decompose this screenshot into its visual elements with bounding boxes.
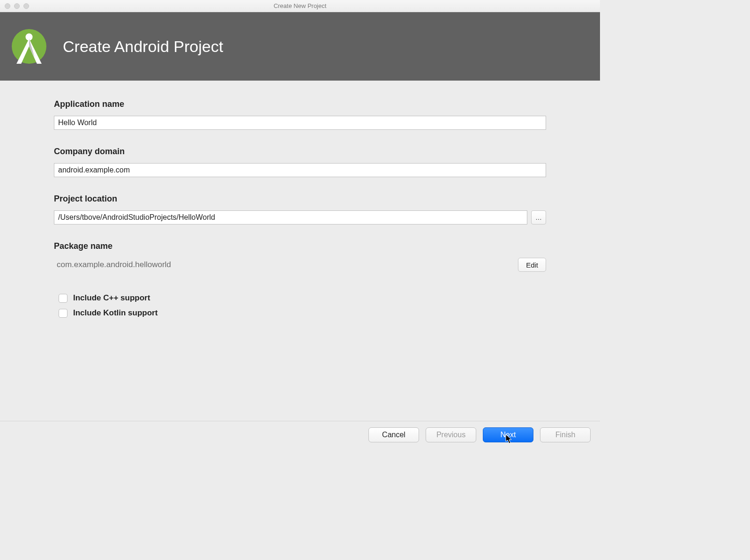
close-window-icon[interactable]: [5, 3, 10, 9]
application-name-label: Application name: [54, 99, 546, 109]
include-cpp-label: Include C++ support: [73, 293, 150, 303]
titlebar: Create New Project: [0, 0, 600, 12]
options-group: Include C++ support Include Kotlin suppo…: [54, 293, 546, 318]
company-domain-group: Company domain: [54, 147, 546, 177]
package-name-value: com.example.android.helloworld: [54, 260, 171, 269]
android-studio-logo-icon: [9, 27, 49, 66]
browse-location-button[interactable]: …: [531, 210, 546, 224]
project-location-group: Project location …: [54, 194, 546, 224]
package-name-group: Package name com.example.android.hellowo…: [54, 241, 546, 272]
window-title: Create New Project: [0, 2, 600, 9]
package-name-label: Package name: [54, 241, 546, 251]
zoom-window-icon[interactable]: [23, 3, 29, 9]
include-cpp-row: Include C++ support: [59, 293, 546, 303]
window-controls: [0, 3, 29, 9]
cancel-button[interactable]: Cancel: [368, 427, 419, 442]
next-button[interactable]: Next: [483, 427, 533, 442]
minimize-window-icon[interactable]: [14, 3, 20, 9]
include-cpp-checkbox[interactable]: [59, 294, 68, 303]
form-area: Application name Company domain Project …: [0, 81, 600, 318]
wizard-title: Create Android Project: [63, 37, 223, 56]
wizard-header: Create Android Project: [0, 12, 600, 81]
edit-package-name-button[interactable]: Edit: [518, 258, 546, 272]
company-domain-input[interactable]: [54, 163, 546, 177]
finish-button: Finish: [540, 427, 591, 442]
project-location-input[interactable]: [54, 210, 527, 224]
project-location-label: Project location: [54, 194, 546, 204]
include-kotlin-label: Include Kotlin support: [73, 308, 158, 318]
include-kotlin-row: Include Kotlin support: [59, 308, 546, 318]
application-name-input[interactable]: [54, 116, 546, 130]
application-name-group: Application name: [54, 99, 546, 130]
wizard-footer: Cancel Previous Next Finish: [0, 421, 600, 448]
include-kotlin-checkbox[interactable]: [59, 309, 68, 318]
company-domain-label: Company domain: [54, 147, 546, 157]
previous-button: Previous: [426, 427, 476, 442]
